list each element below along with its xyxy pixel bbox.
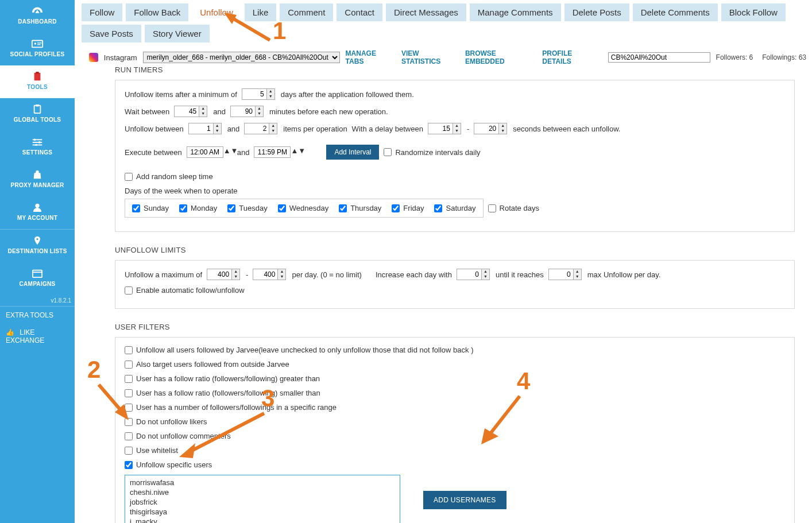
days-label: Days of the week when to operate [125,187,785,195]
specific-users-textarea[interactable]: morriswafasacheshi.niwejobsfrickthisgirl… [125,475,400,523]
gauge-icon [31,6,44,16]
svg-point-11 [34,139,36,141]
sidebar-label: DASHBOARD [18,18,57,25]
tab-like[interactable]: Like [245,3,277,21]
run-timers-group: Unfollow items after a minimum of ▲▼ day… [115,80,795,232]
items-max-input[interactable]: ▲▼ [244,123,279,134]
tab-direct-messages[interactable]: Direct Messages [386,3,466,21]
main-content: RUN TIMERS Unfollow items after a minimu… [115,63,795,523]
max-max-input[interactable]: ▲▼ [253,269,287,280]
exec-start-time[interactable]: ▲▼ [187,146,233,158]
sidebar-item-settings[interactable]: SETTINGS [0,131,75,164]
run-timers-title: RUN TIMERS [115,65,795,74]
filter-no-unfollow-commenters[interactable]: Do not unfollow commenters [125,432,231,440]
tab-follow-back[interactable]: Follow Back [126,3,188,21]
filter-use-whitelist[interactable]: Use whitelist [125,446,178,455]
add-interval-button[interactable]: Add Interval [326,145,379,160]
label: - [467,125,469,133]
items-min-input[interactable]: ▲▼ [188,123,223,134]
label: max Unfollow per day. [587,270,661,279]
day-wednesday[interactable]: Wednesday [278,204,328,212]
sidebar-item-campaigns[interactable]: CAMPAIGNS [0,262,75,295]
tab-unfollow[interactable]: Unfollow [192,3,241,21]
user-filters-group: Unfollow all users followed by Jarvee(le… [115,337,795,523]
label: and [237,148,250,157]
filter-no-unfollow-likers[interactable]: Do not unfollow likers [125,417,207,426]
filter-followers-range[interactable]: User has a number of followers/following… [125,403,337,412]
svg-point-14 [35,204,39,208]
tab-contact[interactable]: Contact [337,3,382,21]
tab-manage-comments[interactable]: Manage Comments [470,3,561,21]
filter-unfollow-specific[interactable]: Unfollow specific users [125,460,212,469]
svg-point-13 [35,144,37,146]
tab-comment[interactable]: Comment [280,3,333,21]
day-monday[interactable]: Monday [179,204,217,212]
sidebar-item-proxy-manager[interactable]: PROXY MANAGER [0,164,75,196]
followings-count: 63 [799,53,806,61]
top-tab-bar: FollowFollow BackUnfollowLikeCommentCont… [75,0,812,42]
svg-rect-6 [34,106,41,114]
filter-ratio-greater[interactable]: User has a follow ratio (followers/follo… [125,374,320,383]
tab-save-posts[interactable]: Save Posts [82,25,141,42]
days-of-week-box: SundayMondayTuesdayWednesdayThursdayFrid… [125,199,484,218]
max-min-input[interactable]: ▲▼ [207,269,241,280]
wait-min-input[interactable]: ▲▼ [174,106,208,117]
sidebar-item-my-account[interactable]: MY ACCOUNT [0,196,75,229]
sidebar-item-dashboard[interactable]: DASHBOARD [0,0,75,33]
wait-max-input[interactable]: ▲▼ [230,106,265,117]
unfollow-limits-title: UNFOLLOW LIMITS [115,246,795,254]
svg-rect-7 [36,104,38,107]
reaches-input[interactable]: ▲▼ [548,269,583,280]
filter-unfollow-all[interactable]: Unfollow all users followed by Jarvee(le… [125,346,474,354]
label: Unfollow a maximum of [125,270,202,279]
svg-rect-15 [33,270,42,278]
day-friday[interactable]: Friday [392,204,424,212]
svg-rect-5 [36,72,38,74]
tab-delete-posts[interactable]: Delete Posts [564,3,629,21]
exec-end-time[interactable]: ▲▼ [254,146,300,158]
auto-follow-checkbox[interactable]: Enable automatic follow/unfollow [125,286,245,295]
sidebar-label: CAMPAIGNS [19,281,55,287]
delay-max-input[interactable]: ▲▼ [474,123,508,134]
randomize-checkbox[interactable]: Randomize intervals daily [384,148,480,157]
tab-block-follow[interactable]: Block Follow [721,3,786,21]
sidebar-like-exchange[interactable]: 👍 LIKE EXCHANGE [0,324,75,349]
label: days after the application followed them… [281,90,414,99]
increase-input[interactable]: ▲▼ [457,269,491,280]
svg-point-1 [34,42,37,45]
day-tuesday[interactable]: Tuesday [227,204,267,212]
sidebar-item-global-tools[interactable]: GLOBAL TOOLS [0,98,75,131]
delay-min-input[interactable]: ▲▼ [428,123,462,134]
sidebar-extra-tools[interactable]: EXTRA TOOLS [0,306,75,324]
user-icon [31,202,44,212]
user-filters-title: USER FILTERS [115,323,795,331]
sleep-checkbox[interactable]: Add random sleep time [125,172,213,181]
rotate-checkbox[interactable]: Rotate days [488,204,539,212]
globe-clipboard-icon [31,104,44,114]
sidebar-item-tools[interactable]: TOOLS [0,65,75,98]
day-sunday[interactable]: Sunday [132,204,169,212]
sidebar-item-social-profiles[interactable]: SOCIAL PROFILES [0,33,75,65]
sidebar-item-destination-lists[interactable]: DESTINATION LISTS [0,230,75,262]
day-saturday[interactable]: Saturday [434,204,475,212]
version-label: v1.8.2.1 [0,295,75,306]
add-usernames-button[interactable]: ADD USERNAMES [423,491,506,509]
unfollow-limits-group: Unfollow a maximum of ▲▼ - ▲▼ per day. (… [115,260,795,309]
svg-point-12 [38,141,41,144]
label: With a delay between [352,125,423,133]
svg-rect-3 [37,44,41,45]
days-min-input[interactable]: ▲▼ [242,88,276,100]
tab-follow[interactable]: Follow [82,3,122,21]
sliders-icon [31,137,44,147]
profile-details-input[interactable] [608,52,710,63]
account-select[interactable]: merilyn_older_668 - merilyn_older_668 - … [143,52,340,63]
thumb-up-icon: 👍 [6,328,14,336]
tab-delete-comments[interactable]: Delete Comments [633,3,718,21]
day-thursday[interactable]: Thursday [339,204,381,212]
followings-label: Followings: [762,53,796,61]
svg-rect-2 [37,42,41,43]
label: items per operation [283,125,347,133]
tab-story-viewer[interactable]: Story Viewer [145,25,210,42]
filter-outside-jarvee[interactable]: Also target users followed from outside … [125,360,289,369]
filter-ratio-smaller[interactable]: User has a follow ratio (followers/follo… [125,389,320,397]
